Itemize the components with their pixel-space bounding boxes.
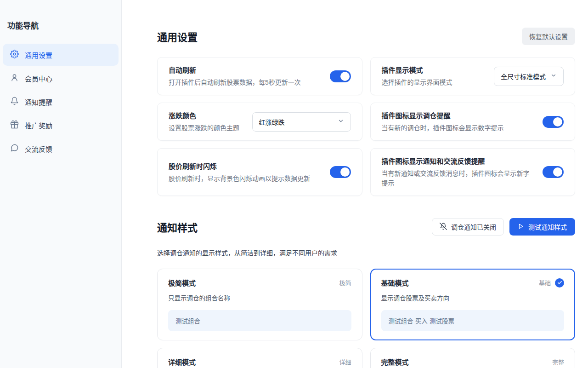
mode-badge: 完整 xyxy=(552,357,564,366)
sidebar-item-label: 交流反馈 xyxy=(25,144,52,154)
setting-title: 插件显示模式 xyxy=(382,65,452,75)
mode-badge: 极简 xyxy=(339,278,351,287)
setting-description: 设置股票涨跌的颜色主题 xyxy=(169,123,239,133)
sidebar-item-label: 通知提醒 xyxy=(25,97,52,107)
mode-card-complete[interactable]: 完整模式 完整 组合名称、调仓时间、股票信息、调仓前后百分比及参考成交价格 xyxy=(370,348,576,368)
notification-style-title: 通知样式 xyxy=(157,219,198,234)
app-window: 功能导航 通用设置 会员中心 通知提醒 xyxy=(0,0,588,368)
mode-card-detailed[interactable]: 详细模式 详细 显示组合名称、调仓时间、股票代码、买卖方向及调仓前后百分比 xyxy=(157,348,362,368)
test-button-label: 测试通知样式 xyxy=(528,222,567,231)
color-theme-select[interactable]: 红涨绿跌 xyxy=(252,112,351,132)
chat-icon xyxy=(10,144,19,154)
setting-description: 当有新通知或交流反馈消息时，插件图标会显示新字提示 xyxy=(382,169,535,188)
setting-card-display-mode: 插件显示模式 选择插件的显示界面模式 全尺寸标准模式 xyxy=(370,57,576,95)
bell-icon xyxy=(10,97,19,107)
sidebar-item-label: 推广奖励 xyxy=(25,121,52,130)
auto-refresh-toggle[interactable] xyxy=(330,70,351,82)
mode-title: 详细模式 xyxy=(168,357,196,367)
sidebar-item-feedback[interactable]: 交流反馈 xyxy=(3,138,119,160)
mode-title: 基础模式 xyxy=(381,278,409,288)
badge-notice-toggle[interactable] xyxy=(543,166,564,178)
setting-card-auto-refresh: 自动刷新 打开插件后自动刷新股票数据，每5秒更新一次 xyxy=(157,57,362,95)
select-value: 红涨绿跌 xyxy=(259,117,285,126)
sidebar-item-general-settings[interactable]: 通用设置 xyxy=(3,44,119,66)
sidebar-item-label: 通用设置 xyxy=(25,50,52,60)
mode-card-minimal[interactable]: 极简模式 极简 只显示调仓的组合名称 测试组合 xyxy=(157,269,362,340)
setting-card-color-theme: 涨跌颜色 设置股票涨跌的颜色主题 红涨绿跌 xyxy=(157,103,362,141)
setting-description: 选择插件的显示界面模式 xyxy=(382,78,452,87)
sidebar-item-notifications[interactable]: 通知提醒 xyxy=(3,91,119,113)
mode-badge: 详细 xyxy=(339,357,351,366)
notification-actions: 调仓通知已关闭 测试通知样式 xyxy=(432,218,575,236)
settings-grid: 自动刷新 打开插件后自动刷新股票数据，每5秒更新一次 插件显示模式 选择插件的显… xyxy=(157,57,575,196)
general-settings-title: 通用设置 xyxy=(157,29,198,44)
sidebar-item-label: 会员中心 xyxy=(25,74,52,83)
setting-title: 自动刷新 xyxy=(169,65,301,75)
mode-sample-preview: 测试组合 xyxy=(168,310,351,331)
mode-card-basic[interactable]: 基础模式 基础 显示调仓股票及买卖方向 测试组合 买入 测试股票 xyxy=(370,269,576,340)
setting-title: 涨跌颜色 xyxy=(169,110,239,120)
mode-sample-preview: 测试组合 买入 测试股票 xyxy=(381,310,565,331)
rebalance-notice-muted-button[interactable]: 调仓通知已关闭 xyxy=(432,218,504,236)
chevron-down-icon xyxy=(550,72,557,80)
mode-description: 只显示调仓的组合名称 xyxy=(168,294,351,303)
mode-title: 极简模式 xyxy=(168,278,196,288)
gear-icon xyxy=(10,50,19,60)
sidebar-item-rewards[interactable]: 推广奖励 xyxy=(3,114,119,136)
badge-rebalance-toggle[interactable] xyxy=(543,116,564,128)
main-content: 通用设置 恢复默认设置 自动刷新 打开插件后自动刷新股票数据，每5秒更新一次 插… xyxy=(122,0,588,368)
test-notification-button[interactable]: 测试通知样式 xyxy=(509,218,575,236)
setting-card-flash-on-refresh: 股价刷新时闪烁 股价刷新时，显示背景色闪烁动画以提示数据更新 xyxy=(157,148,362,196)
sidebar-title: 功能导航 xyxy=(3,19,119,31)
flash-on-refresh-toggle[interactable] xyxy=(330,166,351,178)
setting-title: 插件图标显示调仓提醒 xyxy=(382,110,504,120)
notification-style-section: 通知样式 调仓通知已关闭 测试通知样式 xyxy=(157,218,575,368)
select-value: 全尺寸标准模式 xyxy=(501,72,546,81)
sidebar-nav: 通用设置 会员中心 通知提醒 推广奖励 xyxy=(3,44,119,160)
setting-card-badge-notice: 插件图标显示通知和交流反馈提醒 当有新通知或交流反馈消息时，插件图标会显示新字提… xyxy=(370,148,576,196)
sidebar: 功能导航 通用设置 会员中心 通知提醒 xyxy=(0,0,122,368)
gift-icon xyxy=(10,120,19,130)
muted-button-label: 调仓通知已关闭 xyxy=(451,222,496,231)
user-icon xyxy=(10,73,19,83)
chevron-down-icon xyxy=(338,118,344,126)
mode-badge: 基础 xyxy=(539,278,551,287)
setting-title: 插件图标显示通知和交流反馈提醒 xyxy=(382,156,535,166)
sidebar-item-member-center[interactable]: 会员中心 xyxy=(3,67,119,89)
setting-description: 打开插件后自动刷新股票数据，每5秒更新一次 xyxy=(169,78,301,87)
setting-card-badge-rebalance: 插件图标显示调仓提醒 当有新的调仓时，插件图标会显示数字提示 xyxy=(370,103,576,141)
setting-title: 股价刷新时闪烁 xyxy=(169,161,310,171)
general-settings-section: 通用设置 恢复默认设置 自动刷新 打开插件后自动刷新股票数据，每5秒更新一次 插… xyxy=(157,28,575,196)
mode-title: 完整模式 xyxy=(381,357,409,367)
notification-style-description: 选择调仓通知的显示样式，从简洁到详细，满足不同用户的需求 xyxy=(157,248,575,257)
reset-defaults-button[interactable]: 恢复默认设置 xyxy=(522,28,575,45)
setting-description: 当有新的调仓时，插件图标会显示数字提示 xyxy=(382,123,504,133)
mode-description: 显示调仓股票及买卖方向 xyxy=(381,294,565,303)
display-mode-select[interactable]: 全尺寸标准模式 xyxy=(494,67,564,86)
play-icon xyxy=(518,223,524,231)
setting-description: 股价刷新时，显示背景色闪烁动画以提示数据更新 xyxy=(169,174,310,184)
check-circle-icon xyxy=(555,278,564,288)
bell-off-icon xyxy=(440,223,447,231)
notification-modes-grid: 极简模式 极简 只显示调仓的组合名称 测试组合 基础模式 基础 xyxy=(157,269,575,368)
